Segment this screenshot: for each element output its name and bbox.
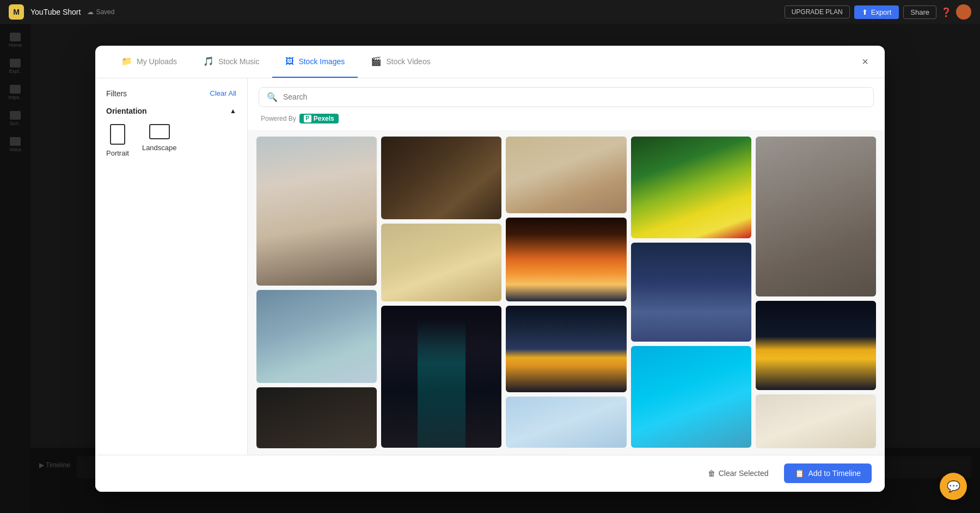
portrait-label: Portrait: [106, 149, 129, 157]
pexels-icon: P: [304, 115, 311, 122]
image-item[interactable]: [381, 137, 501, 219]
landscape-icon: [149, 124, 170, 139]
app-bar: M YouTube Short ☁ Saved UPGRADE PLAN ⬆ E…: [0, 0, 980, 24]
image-grid: [248, 130, 885, 455]
powered-by: Powered By P Pexels: [259, 114, 874, 130]
orientation-options: Portrait Landscape: [106, 124, 236, 157]
app-bar-right: UPGRADE PLAN ⬆ Export Share ❓: [785, 4, 971, 20]
search-icon: 🔍: [267, 92, 278, 102]
uploads-icon: 📁: [121, 56, 132, 66]
image-item[interactable]: [631, 346, 751, 448]
videos-icon: 🎬: [371, 56, 382, 66]
chat-icon: 💬: [947, 480, 960, 493]
stock-images-modal: 📁 My Uploads 🎵 Stock Music 🖼 Stock Image…: [95, 46, 885, 492]
chat-bubble[interactable]: 💬: [940, 473, 967, 500]
add-timeline-icon: 📋: [795, 469, 804, 478]
image-item[interactable]: [256, 387, 377, 448]
image-item[interactable]: [256, 137, 377, 286]
modal-body: Filters Clear All Orientation ▲ Portrait…: [95, 78, 885, 455]
orientation-title: Orientation ▲: [106, 107, 236, 115]
modal-footer: 🗑 Clear Selected 📋 Add to Timeline: [95, 455, 885, 492]
modal-tabs: 📁 My Uploads 🎵 Stock Music 🖼 Stock Image…: [95, 46, 885, 78]
clear-all-button[interactable]: Clear All: [210, 89, 236, 97]
image-item[interactable]: [381, 224, 501, 302]
image-item[interactable]: [756, 301, 876, 391]
filters-title: Filters: [106, 89, 127, 98]
image-item[interactable]: [756, 137, 876, 296]
filters-panel: Filters Clear All Orientation ▲ Portrait…: [95, 78, 248, 455]
portrait-option[interactable]: Portrait: [106, 124, 129, 157]
image-item[interactable]: [506, 137, 626, 214]
clear-selected-button[interactable]: 🗑 Clear Selected: [699, 465, 777, 482]
export-icon: ⬆: [862, 8, 868, 16]
image-item[interactable]: [506, 397, 626, 448]
tab-my-uploads[interactable]: 📁 My Uploads: [108, 46, 190, 78]
landscape-option[interactable]: Landscape: [142, 124, 177, 157]
image-col-4: [631, 137, 751, 448]
saved-status: ☁ Saved: [87, 8, 114, 16]
image-col-3: [506, 137, 626, 448]
upgrade-button[interactable]: UPGRADE PLAN: [785, 5, 850, 18]
tab-stock-music[interactable]: 🎵 Stock Music: [190, 46, 272, 78]
content-area: 🔍 Powered By P Pexels: [248, 78, 885, 455]
app-title: YouTube Short: [30, 8, 81, 16]
app-logo: M: [9, 4, 24, 20]
add-to-timeline-button[interactable]: 📋 Add to Timeline: [784, 463, 872, 483]
tab-stock-images[interactable]: 🖼 Stock Images: [272, 46, 358, 78]
search-input[interactable]: [283, 92, 866, 101]
share-button[interactable]: Share: [903, 5, 936, 19]
chevron-up-icon: ▲: [230, 107, 236, 115]
image-item[interactable]: [381, 306, 501, 448]
images-icon: 🖼: [285, 57, 294, 66]
filters-header: Filters Clear All: [106, 89, 236, 98]
music-icon: 🎵: [203, 56, 214, 66]
search-area: 🔍 Powered By P Pexels: [248, 78, 885, 130]
image-item[interactable]: [631, 137, 751, 238]
portrait-icon: [110, 124, 125, 145]
image-item[interactable]: [756, 394, 876, 448]
image-col-2: [381, 137, 501, 448]
export-button[interactable]: ⬆ Export: [854, 5, 899, 19]
image-item[interactable]: [506, 218, 626, 301]
user-avatar[interactable]: [956, 4, 971, 20]
modal-close-button[interactable]: ×: [856, 53, 874, 70]
image-item[interactable]: [506, 306, 626, 392]
image-col-5: [756, 137, 876, 448]
modal-backdrop[interactable]: 📁 My Uploads 🎵 Stock Music 🖼 Stock Image…: [0, 24, 980, 513]
search-bar: 🔍: [259, 87, 874, 107]
image-item[interactable]: [631, 243, 751, 342]
image-col-1: [256, 137, 377, 448]
landscape-label: Landscape: [142, 144, 177, 152]
help-icon[interactable]: ❓: [941, 7, 952, 17]
image-item[interactable]: [256, 290, 377, 383]
trash-icon: 🗑: [708, 469, 715, 478]
tab-stock-videos[interactable]: 🎬 Stock Videos: [358, 46, 443, 78]
pexels-badge: P Pexels: [299, 114, 339, 123]
